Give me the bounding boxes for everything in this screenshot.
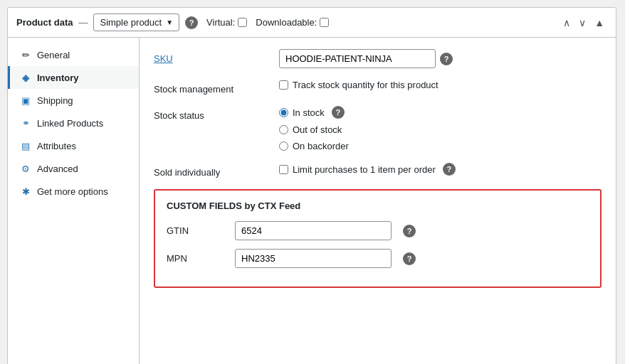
sold-individually-text: Limit purchases to 1 item per order: [293, 164, 436, 175]
stock-status-outofstock[interactable]: Out of stock: [279, 124, 349, 135]
product-data-panel: Product data — Simple product ▼ ? Virtua…: [7, 7, 616, 364]
sidebar-item-get-more-options-label: Get more options: [37, 186, 108, 197]
attributes-icon: ▤: [20, 140, 31, 151]
sku-label: SKU: [154, 49, 268, 64]
virtual-downloadable-group: Virtual: Downloadable:: [206, 17, 329, 28]
content-area: SKU ? Stock management Track stock quant…: [140, 38, 616, 364]
mpn-label: MPN: [167, 253, 224, 264]
collapse-up-button[interactable]: ∧: [560, 16, 573, 30]
product-type-label: Simple product: [100, 17, 162, 28]
sku-value-group: ?: [279, 49, 602, 68]
gtin-input[interactable]: [235, 221, 392, 240]
sidebar-item-advanced-label: Advanced: [37, 164, 78, 174]
stock-status-help-icon[interactable]: ?: [332, 106, 345, 119]
radio-outofstock[interactable]: [279, 125, 288, 134]
stock-management-row: Stock management Track stock quantity fo…: [154, 80, 602, 95]
sidebar-item-attributes[interactable]: ▤ Attributes: [8, 134, 139, 157]
general-icon: ✏: [20, 49, 31, 60]
stock-status-radio-group: In stock ? Out of stock On backorder: [279, 106, 349, 151]
sku-link[interactable]: SKU: [154, 53, 173, 64]
sold-individually-label: Sold individually: [154, 163, 268, 178]
sidebar-item-linked-products[interactable]: ⚭ Linked Products: [8, 112, 139, 134]
downloadable-checkbox[interactable]: [320, 18, 329, 27]
stock-status-value: In stock ? Out of stock On backorder: [279, 106, 602, 151]
gtin-help-icon[interactable]: ?: [403, 225, 416, 237]
dropdown-arrow-icon: ▼: [166, 18, 173, 26]
sidebar-item-linked-products-label: Linked Products: [37, 118, 103, 129]
stock-management-value: Track stock quantity for this product: [279, 80, 602, 90]
sku-input[interactable]: [279, 49, 436, 68]
advanced-icon: ⚙: [20, 163, 31, 174]
stock-status-label: Stock status: [154, 106, 268, 121]
sold-individually-help-icon[interactable]: ?: [443, 163, 456, 176]
sidebar-item-shipping[interactable]: ▣ Shipping: [8, 89, 139, 112]
custom-fields-title: CUSTOM FIELDS by CTX Feed: [167, 200, 589, 211]
sidebar-item-inventory[interactable]: ◈ Inventory: [8, 66, 139, 89]
radio-onbackorder[interactable]: [279, 141, 288, 151]
sku-row: SKU ?: [154, 49, 602, 68]
custom-fields-box: CUSTOM FIELDS by CTX Feed GTIN ? MPN ?: [154, 189, 602, 288]
panel-title: Product data: [16, 17, 73, 28]
product-type-dropdown[interactable]: Simple product ▼: [93, 14, 179, 31]
radio-instock[interactable]: [279, 108, 288, 117]
sidebar-item-shipping-label: Shipping: [37, 95, 73, 106]
collapse-down-button[interactable]: ∨: [576, 16, 589, 30]
sidebar: ✏ General ◈ Inventory ▣ Shipping ⚭ Linke…: [8, 38, 140, 364]
stock-management-checkbox-label[interactable]: Track stock quantity for this product: [279, 80, 438, 90]
header-actions: ∧ ∨ ▲: [560, 16, 607, 30]
inventory-icon: ◈: [20, 72, 31, 83]
stock-management-checkbox-text: Track stock quantity for this product: [293, 80, 438, 90]
sold-individually-row: Sold individually Limit purchases to 1 i…: [154, 163, 602, 178]
stock-management-checkbox[interactable]: [279, 80, 288, 90]
linked-products-icon: ⚭: [20, 117, 31, 129]
header-dash: —: [78, 17, 88, 28]
shipping-icon: ▣: [20, 95, 31, 106]
stock-management-label: Stock management: [154, 80, 268, 95]
sold-individually-value: Limit purchases to 1 item per order ?: [279, 163, 602, 176]
radio-instock-label: In stock: [293, 107, 325, 118]
stock-status-instock[interactable]: In stock ?: [279, 106, 349, 119]
radio-outofstock-label: Out of stock: [293, 124, 342, 135]
mpn-input[interactable]: [235, 249, 392, 268]
panel-header: Product data — Simple product ▼ ? Virtua…: [8, 8, 616, 38]
gtin-label: GTIN: [167, 225, 224, 236]
sidebar-item-attributes-label: Attributes: [37, 141, 76, 151]
sidebar-item-general[interactable]: ✏ General: [8, 43, 139, 66]
sold-individually-checkbox[interactable]: [279, 165, 288, 174]
sidebar-item-inventory-label: Inventory: [37, 73, 79, 83]
virtual-checkbox[interactable]: [238, 18, 247, 27]
product-type-help-icon[interactable]: ?: [185, 16, 198, 29]
panel-body: ✏ General ◈ Inventory ▣ Shipping ⚭ Linke…: [8, 38, 616, 364]
stock-status-onbackorder[interactable]: On backorder: [279, 141, 349, 151]
mpn-row: MPN ?: [167, 249, 589, 268]
collapse-toggle-button[interactable]: ▲: [592, 16, 607, 30]
mpn-help-icon[interactable]: ?: [403, 252, 416, 265]
get-more-options-icon: ✱: [20, 186, 31, 197]
downloadable-label[interactable]: Downloadable:: [256, 17, 329, 28]
stock-status-row: Stock status In stock ? Out of stock: [154, 106, 602, 151]
sidebar-item-general-label: General: [37, 50, 70, 60]
virtual-label[interactable]: Virtual:: [206, 17, 247, 28]
sidebar-item-advanced[interactable]: ⚙ Advanced: [8, 157, 139, 180]
radio-onbackorder-label: On backorder: [293, 141, 349, 151]
sold-individually-checkbox-label[interactable]: Limit purchases to 1 item per order ?: [279, 163, 456, 176]
sku-help-icon[interactable]: ?: [440, 53, 453, 65]
sidebar-item-get-more-options[interactable]: ✱ Get more options: [8, 180, 139, 203]
gtin-row: GTIN ?: [167, 221, 589, 240]
